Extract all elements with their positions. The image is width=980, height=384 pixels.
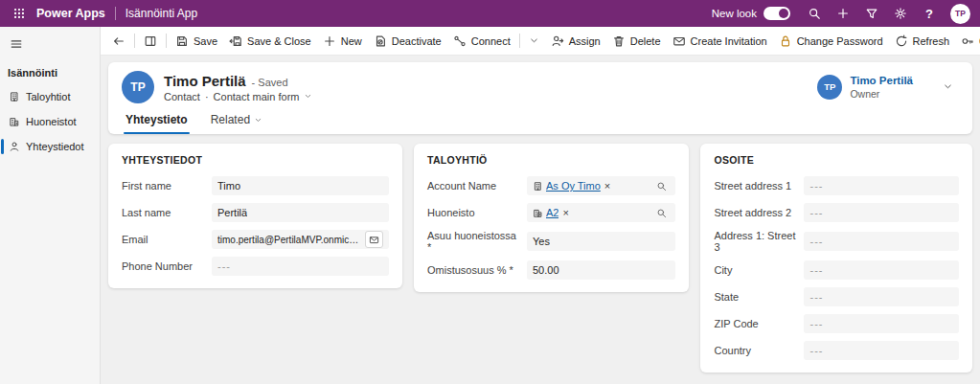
- email-input[interactable]: timo.pertila@PertilaMVP.onmicrosoft.com: [212, 230, 389, 249]
- filter-icon[interactable]: [859, 1, 884, 26]
- omistusosuus-input[interactable]: 50.00: [527, 260, 675, 280]
- connect-button[interactable]: Connect: [447, 30, 516, 53]
- country-input[interactable]: ---: [804, 341, 959, 360]
- account-name-lookup[interactable]: As Oy Timo ×: [527, 176, 675, 195]
- button-label: Assign: [569, 35, 601, 47]
- help-icon[interactable]: ?: [917, 1, 942, 26]
- apartment-icon: [9, 116, 20, 127]
- section-yhteystiedot: YHTEYSTIEDOT First name Timo Last name P…: [108, 144, 402, 288]
- entity-name: Contact: [164, 91, 200, 102]
- toggle-knob: [779, 9, 788, 18]
- help-glyph: ?: [925, 7, 933, 21]
- asuu-huoneistossa-input[interactable]: Yes: [527, 232, 675, 251]
- focused-view-button[interactable]: [138, 30, 163, 53]
- tab-related[interactable]: Related: [209, 108, 264, 134]
- lookup-link[interactable]: A2: [546, 207, 558, 218]
- new-look-toggle[interactable]: [763, 7, 790, 20]
- field-label: Omistusosuus % *: [427, 264, 527, 276]
- phone-number-input[interactable]: ---: [212, 257, 389, 276]
- field-last-name: Last name Pertilä: [122, 203, 389, 222]
- address-1-street-3-input[interactable]: ---: [804, 232, 959, 251]
- save-button[interactable]: Save: [170, 30, 223, 53]
- record-title: Timo Pertilä: [164, 73, 246, 89]
- field-label: Account Name: [427, 180, 527, 192]
- button-label: Save & Close: [247, 35, 311, 47]
- lookup-search-icon[interactable]: [652, 177, 670, 194]
- huoneisto-lookup[interactable]: A2 ×: [527, 203, 675, 222]
- zip-code-input[interactable]: ---: [804, 314, 959, 333]
- assign-button[interactable]: Assign: [545, 30, 606, 53]
- change-password-button[interactable]: Change Password: [773, 30, 889, 53]
- field-label: Huoneisto: [427, 207, 527, 218]
- sidebar-item-yhteystiedot[interactable]: Yhteystiedot: [0, 134, 100, 159]
- lookup-link[interactable]: As Oy Timo: [546, 180, 601, 192]
- sidebar-item-label: Yhteystiedot: [26, 141, 84, 152]
- delete-button[interactable]: Delete: [606, 30, 667, 53]
- remove-value-icon[interactable]: ×: [561, 208, 569, 218]
- command-divider: [519, 34, 520, 48]
- refresh-button[interactable]: Refresh: [889, 30, 956, 53]
- back-button[interactable]: [106, 30, 131, 53]
- last-name-input[interactable]: Pertilä: [212, 203, 389, 222]
- send-email-button[interactable]: [365, 231, 383, 248]
- save-and-close-button[interactable]: Save & Close: [223, 30, 317, 53]
- form-selector[interactable]: Contact main form: [214, 91, 300, 102]
- new-look-toggle-group[interactable]: New look: [712, 7, 790, 20]
- field-street-address-1: Street address 1 ---: [714, 176, 959, 195]
- deactivate-button[interactable]: Deactivate: [368, 30, 447, 53]
- chevron-down-icon[interactable]: [304, 92, 312, 101]
- field-label: State: [714, 291, 804, 303]
- search-icon[interactable]: [802, 1, 827, 26]
- chevron-down-icon: [254, 116, 262, 124]
- new-look-label: New look: [712, 8, 757, 19]
- new-button[interactable]: New: [317, 30, 368, 53]
- field-zip-code: ZIP Code ---: [714, 314, 959, 333]
- field-label: First name: [122, 180, 212, 192]
- sidebar-item-taloyhtiot[interactable]: Taloyhtiot: [0, 84, 100, 109]
- owner-name[interactable]: Timo Pertilä: [850, 75, 913, 88]
- field-state: State ---: [714, 287, 959, 306]
- connect-dropdown-button[interactable]: [523, 30, 545, 53]
- apartment-icon: [533, 208, 543, 218]
- tab-yhteystieto[interactable]: Yhteystieto: [124, 108, 190, 134]
- hamburger-menu-icon[interactable]: [4, 32, 29, 56]
- user-avatar[interactable]: TP: [950, 4, 970, 24]
- sitemap-sidebar: Isännöinti Taloyhtiot Huoneistot Yhteyst…: [0, 27, 101, 384]
- app-launcher-waffle-icon[interactable]: [6, 0, 33, 27]
- field-label: Asuu huoneistossa *: [427, 230, 527, 253]
- owner-role: Owner: [850, 88, 913, 101]
- key-icon: [961, 34, 974, 48]
- street-address-1-input[interactable]: ---: [804, 176, 959, 195]
- building-icon: [9, 91, 20, 102]
- state-input[interactable]: ---: [804, 287, 959, 306]
- header-collapse-button[interactable]: [936, 76, 959, 99]
- check-access-button[interactable]: Check Access: [955, 30, 980, 53]
- settings-gear-icon[interactable]: [888, 1, 913, 26]
- quick-create-plus-icon[interactable]: [831, 1, 855, 26]
- button-label: Create Invitation: [691, 35, 767, 47]
- remove-value-icon[interactable]: ×: [604, 181, 611, 192]
- sidebar-group-label: Isännöinti: [0, 64, 100, 84]
- app-name[interactable]: Power Apps: [36, 7, 105, 20]
- field-value: ---: [217, 260, 231, 272]
- city-input[interactable]: ---: [804, 260, 959, 280]
- lookup-search-icon[interactable]: [652, 204, 670, 221]
- street-address-2-input[interactable]: ---: [804, 203, 959, 222]
- first-name-input[interactable]: Timo: [212, 176, 389, 195]
- button-label: Delete: [630, 35, 661, 47]
- field-omistusosuus: Omistusosuus % * 50.00: [427, 260, 675, 280]
- environment-name[interactable]: Isännöinti App: [125, 7, 197, 20]
- field-email: Email timo.pertila@PertilaMVP.onmicrosof…: [122, 230, 389, 249]
- sidebar-item-huoneistot[interactable]: Huoneistot: [0, 109, 100, 134]
- field-value: Timo: [217, 180, 240, 192]
- section-taloyhtio: TALOYHTIÖ Account Name As Oy Timo ×: [414, 144, 689, 292]
- button-label: Connect: [471, 35, 511, 47]
- field-account-name: Account Name As Oy Timo ×: [427, 176, 675, 195]
- owner-info[interactable]: Timo Pertilä Owner: [850, 75, 913, 100]
- create-invitation-button[interactable]: Create Invitation: [667, 30, 773, 53]
- field-value: Pertilä: [217, 207, 247, 218]
- lookup-pill: A2 ×: [533, 207, 570, 218]
- envelope-icon: [672, 34, 686, 48]
- field-first-name: First name Timo: [122, 176, 389, 195]
- plus-icon: [323, 34, 336, 48]
